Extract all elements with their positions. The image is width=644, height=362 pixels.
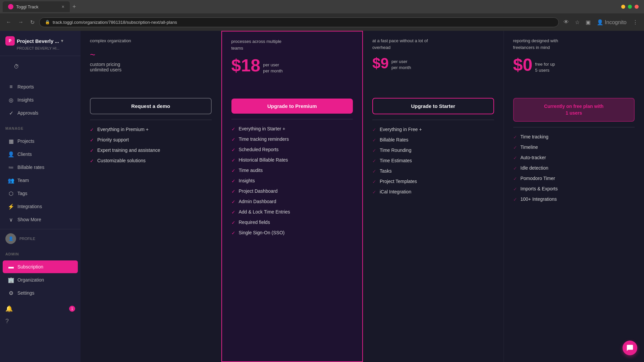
premium-price: $18 <box>231 57 261 74</box>
upgrade-starter-button[interactable]: Upgrade to Starter <box>372 98 494 114</box>
sidebar-item-show-more[interactable]: ∨ Show More <box>3 213 78 226</box>
check-icon: ✓ <box>231 178 235 184</box>
list-item: ✓Insights <box>231 178 353 184</box>
sidebar-nav-manage: ▦ Projects 👤 Clients ≔ Billable rates 👥 … <box>0 132 80 229</box>
sidebar-item-reports[interactable]: ≡ Reports <box>3 80 78 93</box>
help-area[interactable]: ? <box>0 315 80 330</box>
check-icon: ✓ <box>90 127 94 132</box>
notification-area[interactable]: 🔔 1 <box>0 302 80 315</box>
sidebar-item-tags[interactable]: ⬡ Tags <box>3 187 78 200</box>
sidebar-item-billable-rates[interactable]: ≔ Billable rates <box>3 161 78 174</box>
current-plan-label: Currently on free plan with1 users <box>544 104 603 116</box>
list-item: ✓Tasks <box>372 168 494 174</box>
premium-cta: Upgrade to Premium <box>222 99 363 119</box>
address-bar[interactable]: 🔒 track.toggl.com/organization/7861318/s… <box>39 17 559 27</box>
sidebar-item-subscription[interactable]: ▬ Subscription <box>3 260 78 273</box>
workspace-header[interactable]: P Project Beverly ... ▾ PROJECT BEVERLY … <box>0 31 80 56</box>
free-cta: Currently on free plan with1 users <box>504 98 644 127</box>
profile-label: PROFILE <box>19 237 35 241</box>
insights-icon: ◎ <box>8 97 14 103</box>
plan-premium-header: processes across multiple teams $18 per … <box>222 32 363 99</box>
sidebar-item-label-team: Team <box>17 178 29 183</box>
minimize-button[interactable] <box>621 5 625 9</box>
integrations-icon: ⚡ <box>8 203 14 209</box>
new-tab-button[interactable]: + <box>71 2 77 12</box>
profile-icon[interactable]: 👤 Incognito <box>595 18 629 27</box>
main-content: complex organization ~ custom pricing un… <box>80 31 644 362</box>
privacy-icon[interactable]: 👁 <box>561 18 571 26</box>
list-item: ✓100+ Integrations <box>513 196 635 202</box>
current-plan-button[interactable]: Currently on free plan with1 users <box>513 98 635 122</box>
check-icon: ✓ <box>372 148 376 153</box>
tab-title: Toggl Track <box>16 4 38 9</box>
check-icon: ✓ <box>372 179 376 184</box>
organization-icon: 🏢 <box>8 277 14 283</box>
check-icon: ✓ <box>372 127 376 132</box>
list-item: ✓Time Rounding <box>372 147 494 153</box>
enterprise-cta: Request a demo <box>80 98 221 120</box>
sidebar-item-label-tags: Tags <box>17 191 28 196</box>
sidebar-item-team[interactable]: 👥 Team <box>3 174 78 187</box>
list-item: ✓Time tracking <box>513 134 635 140</box>
sidebar-item-label-integrations: Integrations <box>17 204 42 209</box>
upgrade-premium-button[interactable]: Upgrade to Premium <box>231 99 353 114</box>
sidebar-item-label-subscription: Subscription <box>17 264 43 269</box>
check-icon: ✓ <box>231 199 235 204</box>
bookmark-icon[interactable]: ☆ <box>573 18 582 27</box>
app: P Project Beverly ... ▾ PROJECT BEVERLY … <box>0 31 644 362</box>
sidebar-item-label-insights: Insights <box>17 97 34 103</box>
premium-price-meta: per user per month <box>263 62 283 74</box>
back-button[interactable]: ← <box>4 18 13 26</box>
workspace-name-row[interactable]: P Project Beverly ... ▾ <box>5 36 75 46</box>
check-icon: ✓ <box>90 158 94 164</box>
sidebar-item-approvals[interactable]: ✓ Approvals <box>3 107 78 119</box>
sidebar-item-integrations[interactable]: ⚡ Integrations <box>3 200 78 213</box>
menu-icon[interactable]: ⋮ <box>631 18 640 27</box>
sidebar-item-insights[interactable]: ◎ Insights <box>3 94 78 106</box>
check-icon: ✓ <box>231 137 235 142</box>
timer-icon: ⏱ <box>13 64 19 70</box>
timer-nav-area: ⏱ <box>0 56 80 77</box>
refresh-button[interactable]: ↻ <box>28 18 37 27</box>
starter-price-meta: per user per month <box>391 59 411 71</box>
split-view-icon[interactable]: ▣ <box>584 18 593 27</box>
maximize-button[interactable] <box>628 5 632 9</box>
plan-enterprise-header: complex organization ~ custom pricing un… <box>80 31 221 98</box>
enterprise-tilde-icon: ~ <box>90 50 95 60</box>
sidebar-item-projects[interactable]: ▦ Projects <box>3 135 78 147</box>
starter-price: $9 <box>372 56 389 71</box>
chat-widget-button[interactable] <box>623 341 637 355</box>
browser-tab[interactable]: Toggl Track × <box>3 1 70 12</box>
check-icon: ✓ <box>513 176 517 181</box>
check-icon: ✓ <box>231 220 235 225</box>
forward-button[interactable]: → <box>16 18 25 26</box>
list-item: ✓Idle detection <box>513 165 635 171</box>
starter-cta: Upgrade to Starter <box>363 98 503 120</box>
sidebar-item-organization[interactable]: 🏢 Organization <box>3 274 78 286</box>
check-icon: ✓ <box>90 148 94 153</box>
check-icon: ✓ <box>231 189 235 194</box>
sidebar-item-settings[interactable]: ⚙ Settings <box>3 287 78 299</box>
sidebar-item-clients[interactable]: 👤 Clients <box>3 148 78 161</box>
workspace-name-label: Project Beverly ... <box>17 38 59 44</box>
reports-icon: ≡ <box>8 84 14 90</box>
ssl-icon: 🔒 <box>45 20 50 24</box>
list-item: ✓Everything in Starter + <box>231 126 353 132</box>
sidebar-nav-main: ≡ Reports ◎ Insights ✓ Approvals <box>0 77 80 122</box>
request-demo-button[interactable]: Request a demo <box>90 98 212 114</box>
close-button[interactable] <box>635 5 639 9</box>
tab-close-button[interactable]: × <box>62 4 64 9</box>
sidebar-item-label-approvals: Approvals <box>17 110 38 116</box>
check-icon: ✓ <box>372 189 376 195</box>
list-item: ✓iCal Integration <box>372 189 494 195</box>
list-item: ✓Everything in Free + <box>372 127 494 132</box>
premium-pricing: $18 per user per month <box>231 57 353 74</box>
list-item: ✓Single Sign-On (SSO) <box>231 230 353 236</box>
profile-footer[interactable]: 👤 PROFILE <box>0 229 80 248</box>
toolbar-actions: 👁 ☆ ▣ 👤 Incognito ⋮ <box>561 18 640 27</box>
plan-premium-tagline: processes across multiple teams <box>231 38 353 51</box>
workspace-chevron-icon: ▾ <box>61 39 63 43</box>
sidebar-item-timer[interactable]: ⏱ <box>8 60 72 73</box>
show-more-icon: ∨ <box>8 217 14 223</box>
sidebar-item-label-reports: Reports <box>17 84 34 89</box>
